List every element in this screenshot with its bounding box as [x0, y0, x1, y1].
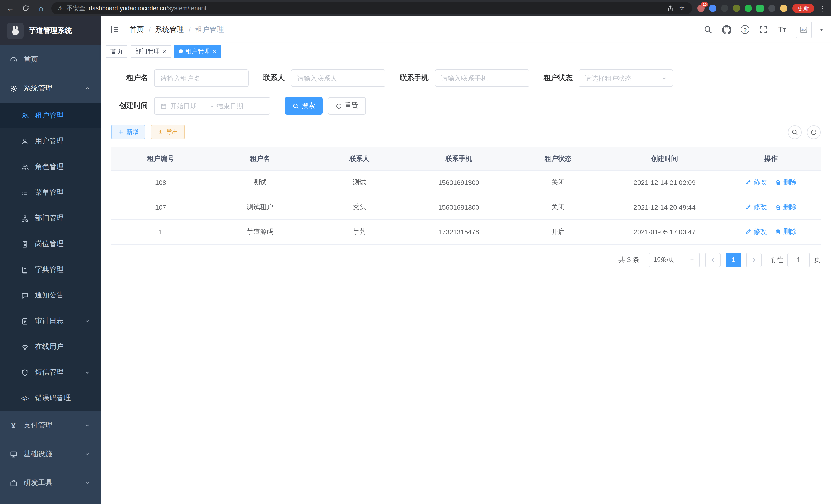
reset-button[interactable]: 重置 — [328, 97, 366, 115]
prev-page-button[interactable] — [705, 253, 720, 267]
github-icon[interactable] — [721, 24, 732, 35]
extension-icon-yellow-face[interactable] — [780, 5, 787, 12]
delete-link[interactable]: 删除 — [775, 178, 797, 187]
bookmark-star-icon[interactable]: ☆ — [678, 4, 686, 12]
tab-tenant[interactable]: 租户管理 × — [174, 45, 221, 58]
chevron-up-icon — [83, 84, 91, 92]
tab-label: 首页 — [111, 47, 123, 56]
navbar-actions: ? TT ▾ — [703, 21, 823, 38]
delete-link[interactable]: 删除 — [775, 202, 797, 212]
close-icon[interactable]: × — [212, 48, 217, 55]
system-submenu: 租户管理 用户管理 角色管理 菜单管理 — [0, 103, 101, 411]
sidebar-item-notice[interactable]: 通知公告 — [0, 283, 101, 308]
tab-dept[interactable]: 部门管理 × — [131, 45, 171, 58]
start-date-input[interactable] — [170, 102, 208, 110]
sidebar-item-dict[interactable]: 字典管理 — [0, 257, 101, 283]
sidebar-item-label: 用户管理 — [35, 137, 64, 146]
sidebar-item-home[interactable]: 首页 — [0, 45, 101, 74]
sidebar-item-label: 基础设施 — [24, 449, 52, 459]
refresh-icon — [810, 129, 817, 136]
close-icon[interactable]: × — [163, 48, 166, 55]
search-icon[interactable] — [703, 24, 713, 35]
refresh-table-button[interactable] — [807, 125, 821, 139]
tab-home[interactable]: 首页 — [106, 45, 127, 58]
sidebar-item-infra[interactable]: 基础设施 — [0, 440, 101, 469]
add-button[interactable]: 新增 — [111, 125, 145, 139]
status-select[interactable] — [579, 69, 673, 87]
chevron-down-icon — [83, 421, 91, 429]
sidebar-item-label: 租户管理 — [35, 111, 64, 120]
page-number-1[interactable]: 1 — [726, 253, 741, 267]
help-icon[interactable]: ? — [740, 24, 750, 35]
code-icon: </> — [21, 394, 29, 402]
browser-home-icon[interactable]: ⌂ — [36, 3, 46, 13]
tenant-name-input[interactable] — [160, 74, 242, 82]
mobile-input[interactable] — [441, 74, 523, 82]
contact-input[interactable] — [297, 74, 379, 82]
sidebar-item-payment[interactable]: ¥ 支付管理 — [0, 411, 101, 440]
sidebar-item-audit-log[interactable]: 审计日志 — [0, 308, 101, 334]
briefcase-icon — [9, 479, 18, 487]
font-size-icon[interactable]: TT — [777, 24, 787, 35]
sidebar-item-menu[interactable]: 菜单管理 — [0, 180, 101, 206]
cell-name: 测试租户 — [210, 195, 310, 219]
breadcrumb-section[interactable]: 系统管理 — [155, 25, 184, 34]
extension-icon-green-circle[interactable] — [745, 5, 752, 12]
sidebar-item-label: 在线用户 — [35, 342, 64, 351]
extension-icon-olive[interactable] — [733, 5, 740, 12]
cell-actions: 修改删除 — [721, 170, 821, 195]
fullscreen-icon[interactable] — [758, 24, 769, 35]
extension-icon-gray[interactable] — [768, 5, 775, 12]
next-page-button[interactable] — [746, 253, 762, 267]
extension-icon-badged[interactable]: 10 — [697, 5, 705, 12]
sidebar-item-role[interactable]: 角色管理 — [0, 154, 101, 180]
sidebar-item-user[interactable]: 用户管理 — [0, 128, 101, 154]
sidebar-toggle-icon[interactable] — [109, 24, 120, 35]
toggle-search-button[interactable] — [788, 125, 802, 139]
table-row: 108 测试 测试 15601691300 关闭 2021-12-14 21:0… — [111, 170, 821, 195]
create-time-label: 创建时间 — [111, 101, 148, 111]
sidebar-item-post[interactable]: 岗位管理 — [0, 231, 101, 257]
edit-link[interactable]: 修改 — [745, 178, 767, 187]
sidebar-item-sms[interactable]: 短信管理 — [0, 360, 101, 385]
end-date-input[interactable] — [217, 102, 255, 110]
sidebar-item-system[interactable]: 系统管理 — [0, 74, 101, 103]
cell-name: 测试 — [210, 170, 310, 195]
extension-icon-dark[interactable] — [721, 5, 728, 12]
sidebar-item-dev-tools[interactable]: 研发工具 — [0, 469, 101, 497]
edit-link[interactable]: 修改 — [745, 202, 767, 212]
sidebar-item-dept[interactable]: 部门管理 — [0, 206, 101, 231]
cell-contact: 芋艿 — [310, 219, 409, 244]
page-size-select[interactable]: 10条/页 — [649, 253, 700, 267]
sidebar-item-online-user[interactable]: 在线用户 — [0, 334, 101, 360]
tenant-users-icon — [21, 112, 29, 120]
browser-menu-icon[interactable]: ⋮ — [819, 4, 826, 12]
edit-link[interactable]: 修改 — [745, 227, 767, 236]
search-button[interactable]: 搜索 — [285, 97, 323, 115]
app-logo[interactable]: 芋道管理系统 — [0, 17, 101, 45]
goto-page-input[interactable] — [787, 253, 810, 267]
delete-link[interactable]: 删除 — [775, 227, 797, 236]
browser-back-icon[interactable]: ← — [5, 3, 16, 13]
extension-icon-green-square[interactable] — [756, 5, 764, 12]
date-range-picker[interactable]: - — [154, 97, 270, 115]
table-tools — [788, 125, 821, 139]
export-button[interactable]: 导出 — [150, 125, 185, 139]
browser-update-button[interactable]: 更新 — [793, 4, 814, 13]
share-icon[interactable] — [666, 4, 674, 12]
contact-label: 联系人 — [263, 73, 285, 83]
breadcrumb-home[interactable]: 首页 — [130, 25, 144, 34]
sidebar-item-tenant[interactable]: 租户管理 — [0, 103, 101, 128]
sidebar-item-error-code[interactable]: </> 错误码管理 — [0, 385, 101, 411]
avatar[interactable] — [796, 21, 812, 38]
address-bar[interactable]: ⚠ 不安全 dashboard.yudao.iocoder.cn/system/… — [51, 2, 692, 14]
chevron-down-icon — [689, 257, 695, 263]
sidebar-item-label: 错误码管理 — [35, 393, 71, 403]
status-select-input[interactable] — [585, 74, 658, 82]
cell-actions: 修改删除 — [721, 219, 821, 244]
shield-icon — [21, 368, 29, 377]
caret-down-icon[interactable]: ▾ — [820, 27, 823, 32]
extension-icon-blue[interactable] — [709, 5, 716, 12]
browser-refresh-icon[interactable] — [21, 3, 31, 13]
pagination: 共 3 条 10条/页 1 前往 页 — [111, 253, 821, 267]
